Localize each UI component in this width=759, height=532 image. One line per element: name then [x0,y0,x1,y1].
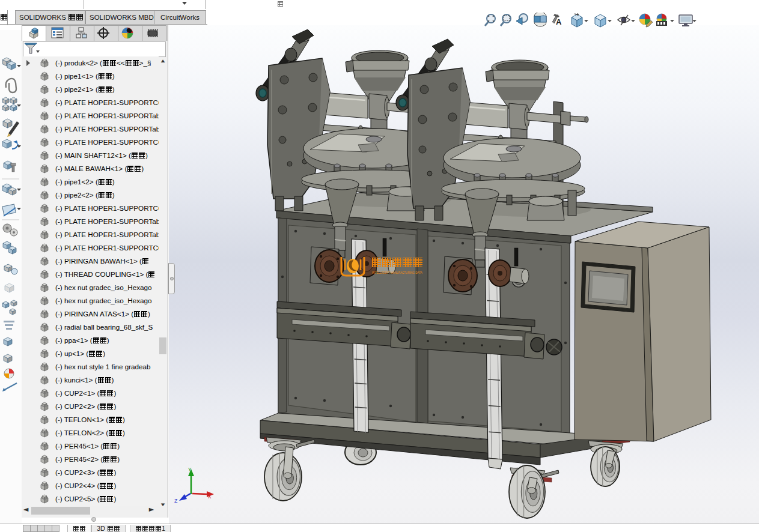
svg-text:Y: Y [188,467,192,473]
svg-text:A: A [556,17,562,26]
svg-text:Z: Z [174,498,178,504]
svg-text:X: X [208,494,212,500]
